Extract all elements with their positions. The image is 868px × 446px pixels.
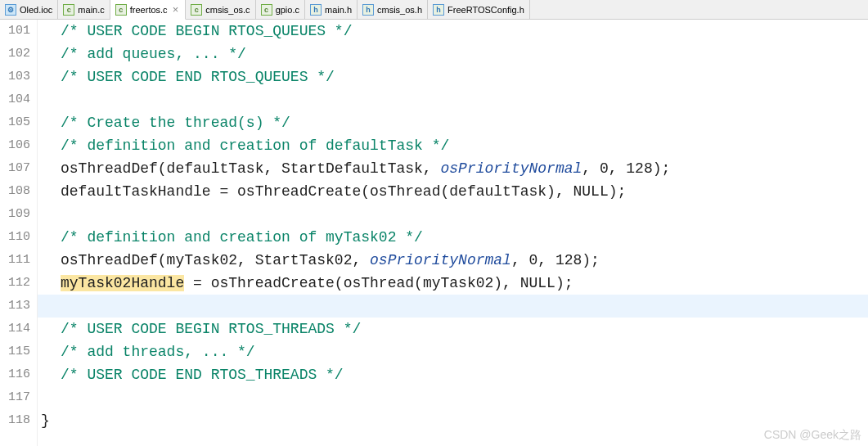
tab-main-c[interactable]: cmain.c bbox=[58, 0, 110, 19]
code-line[interactable] bbox=[38, 295, 868, 318]
code-line[interactable]: } bbox=[38, 409, 868, 432]
h-file-icon: h bbox=[362, 4, 374, 16]
code-token: osPriorityNormal bbox=[370, 252, 511, 268]
line-number-gutter: 1011021031041051061071081091101111121131… bbox=[0, 20, 38, 446]
code-line[interactable]: /* definition and creation of defaultTas… bbox=[38, 134, 868, 157]
code-line[interactable] bbox=[38, 203, 868, 226]
code-line[interactable]: myTask02Handle = osThreadCreate(osThread… bbox=[38, 272, 868, 295]
tab-freertosconfig-h[interactable]: hFreeRTOSConfig.h bbox=[428, 0, 530, 19]
tab-label: FreeRTOSConfig.h bbox=[447, 5, 524, 15]
line-number: 118 bbox=[0, 409, 30, 432]
code-token: = osThreadCreate(osThread(myTask02), NUL… bbox=[184, 275, 573, 291]
tab-main-h[interactable]: hmain.h bbox=[305, 0, 358, 19]
code-token: } bbox=[41, 412, 50, 429]
code-line[interactable]: /* USER CODE BEGIN RTOS_QUEUES */ bbox=[38, 20, 868, 43]
editor-tabs: ⚙Oled.ioccmain.ccfreertos.c×ccmsis_os.cc… bbox=[0, 0, 868, 20]
close-icon[interactable]: × bbox=[171, 3, 181, 16]
code-token: /* USER CODE END RTOS_THREADS */ bbox=[61, 367, 344, 383]
code-line[interactable]: /* definition and creation of myTask02 *… bbox=[38, 226, 868, 249]
code-line[interactable]: defaultTaskHandle = osThreadCreate(osThr… bbox=[38, 180, 868, 203]
code-token: osThreadDef(defaultTask, StartDefaultTas… bbox=[61, 160, 440, 177]
tab-label: freertos.c bbox=[130, 5, 168, 15]
code-token: /* USER CODE BEGIN RTOS_QUEUES */ bbox=[61, 23, 352, 39]
line-number: 117 bbox=[0, 386, 30, 409]
code-token: , 0, 128); bbox=[582, 160, 670, 177]
c-file-icon: c bbox=[261, 4, 272, 16]
h-file-icon: h bbox=[310, 4, 322, 16]
h-file-icon: h bbox=[433, 4, 444, 16]
tab-label: gpio.c bbox=[276, 5, 299, 15]
tab-oled-ioc[interactable]: ⚙Oled.ioc bbox=[0, 0, 58, 19]
tab-gpio-c[interactable]: cgpio.c bbox=[256, 0, 305, 19]
code-token: osThreadDef(myTask02, StartTask02, bbox=[61, 252, 370, 268]
code-token: /* add threads, ... */ bbox=[61, 344, 255, 360]
tab-label: main.c bbox=[78, 5, 104, 15]
line-number: 111 bbox=[0, 249, 30, 272]
code-line[interactable]: /* Create the thread(s) */ bbox=[38, 111, 868, 134]
code-line[interactable]: /* add threads, ... */ bbox=[38, 340, 868, 363]
line-number: 109 bbox=[0, 203, 30, 226]
c-file-icon: c bbox=[63, 4, 74, 16]
code-token: /* definition and creation of myTask02 *… bbox=[61, 229, 423, 246]
line-number: 112 bbox=[0, 272, 30, 295]
line-number: 115 bbox=[0, 340, 30, 363]
line-number: 103 bbox=[0, 65, 30, 88]
code-token: /* add queues, ... */ bbox=[61, 46, 246, 62]
line-number: 108 bbox=[0, 180, 30, 203]
code-line[interactable]: /* USER CODE END RTOS_QUEUES */ bbox=[38, 65, 868, 88]
tab-cmsis_os-h[interactable]: hcmsis_os.h bbox=[358, 0, 428, 19]
line-number: 113 bbox=[0, 295, 30, 318]
code-line[interactable]: osThreadDef(myTask02, StartTask02, osPri… bbox=[38, 249, 868, 272]
line-number: 110 bbox=[0, 226, 30, 249]
code-token: /* USER CODE BEGIN RTOS_THREADS */ bbox=[61, 321, 361, 337]
tab-cmsis_os-c[interactable]: ccmsis_os.c bbox=[186, 0, 255, 19]
code-token: /* USER CODE END RTOS_QUEUES */ bbox=[61, 69, 335, 85]
line-number: 107 bbox=[0, 157, 30, 180]
tab-freertos-c[interactable]: cfreertos.c× bbox=[110, 0, 186, 20]
code-line[interactable]: /* USER CODE BEGIN RTOS_THREADS */ bbox=[38, 318, 868, 340]
c-file-icon: c bbox=[115, 4, 127, 16]
code-line[interactable] bbox=[38, 386, 868, 409]
line-number: 105 bbox=[0, 111, 30, 134]
editor-area: 1011021031041051061071081091101111121131… bbox=[0, 20, 868, 446]
ioc-file-icon: ⚙ bbox=[5, 4, 16, 16]
code-token: , 0, 128); bbox=[511, 252, 600, 268]
line-number: 116 bbox=[0, 363, 30, 386]
tab-label: cmsis_os.h bbox=[377, 5, 422, 15]
code-line[interactable]: /* USER CODE END RTOS_THREADS */ bbox=[38, 363, 868, 386]
code-line[interactable]: osThreadDef(defaultTask, StartDefaultTas… bbox=[38, 157, 868, 180]
c-file-icon: c bbox=[191, 4, 202, 16]
line-number: 104 bbox=[0, 88, 30, 111]
line-number: 101 bbox=[0, 20, 30, 43]
code-area[interactable]: /* USER CODE BEGIN RTOS_QUEUES *//* add … bbox=[38, 20, 868, 446]
code-token: myTask02Handle bbox=[61, 275, 184, 291]
tab-label: Oled.ioc bbox=[20, 5, 52, 15]
code-token: defaultTaskHandle = osThreadCreate(osThr… bbox=[61, 183, 626, 200]
code-token: /* definition and creation of defaultTas… bbox=[61, 137, 449, 154]
code-token: osPriorityNormal bbox=[440, 160, 582, 177]
line-number: 102 bbox=[0, 43, 30, 65]
line-number: 114 bbox=[0, 318, 30, 340]
code-line[interactable]: /* add queues, ... */ bbox=[38, 43, 868, 65]
code-line[interactable] bbox=[38, 88, 868, 111]
tab-label: main.h bbox=[325, 5, 352, 15]
line-number: 106 bbox=[0, 134, 30, 157]
code-token: /* Create the thread(s) */ bbox=[61, 115, 290, 131]
tab-label: cmsis_os.c bbox=[205, 5, 250, 15]
